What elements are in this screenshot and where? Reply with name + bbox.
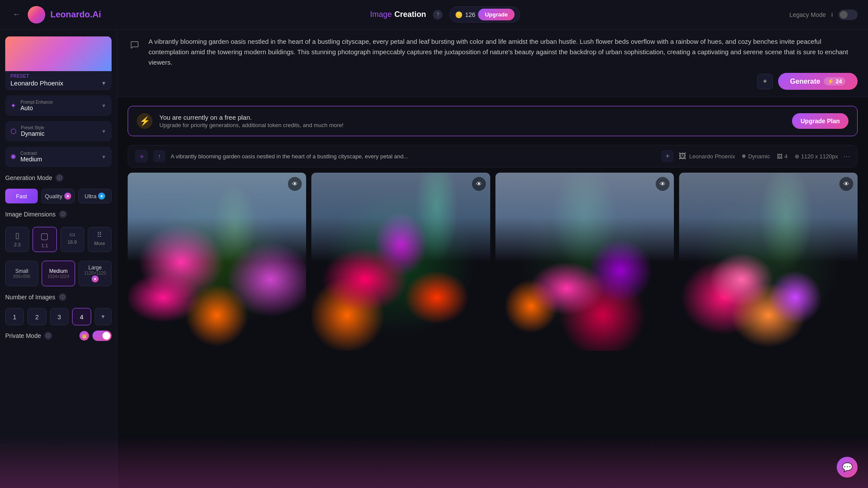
page-title: Image Creation (370, 10, 426, 19)
image-grid: 👁 👁 👁 👁 (128, 173, 858, 351)
legacy-mode-toggle[interactable] (838, 10, 858, 20)
image-card-1[interactable]: 👁 (128, 173, 306, 351)
preset-style-control[interactable]: ⬡ Preset Style Dynamic ▼ (5, 121, 112, 141)
image-bg-3 (495, 173, 674, 351)
upgrade-button[interactable]: Upgrade (478, 9, 515, 20)
contrast-value: Medium (20, 156, 97, 163)
num-images-header: Number of Images ⓘ (5, 291, 112, 303)
num-images-info[interactable]: ⓘ (59, 293, 66, 301)
num-4-button[interactable]: 4 (72, 308, 91, 325)
dim-icon-16-9: ▭ (69, 231, 75, 238)
dim-icon-more: ⠿ (97, 231, 102, 239)
toggle-knob (840, 11, 848, 19)
prompt-enhance-content: Prompt Enhance Auto (20, 100, 97, 111)
private-mode-info[interactable]: ⓘ (44, 332, 52, 340)
dim-option-1-1[interactable]: ▢ 1:1 (33, 227, 56, 252)
private-label-row: Private Mode ⓘ (5, 332, 52, 340)
dim-option-more[interactable]: ⠿ More (88, 227, 112, 252)
eye-overlay-3[interactable]: 👁 (656, 177, 670, 191)
prompt-enhance-value: Auto (20, 105, 97, 111)
back-button[interactable]: ← (10, 9, 23, 21)
contrast-control[interactable]: ✺ Contrast Medium ▼ (5, 147, 112, 167)
preset-style-content: Preset Style Dynamic (21, 125, 97, 137)
result-bar-up-icon[interactable]: ↑ (153, 150, 165, 162)
size-medium-button[interactable]: Medium 1024×1024 (42, 261, 75, 286)
preset-label: Preset (5, 71, 112, 79)
building-effect-2 (311, 173, 490, 262)
fast-mode-button[interactable]: Fast (5, 189, 38, 203)
generate-token: ⚡ 24 (824, 77, 845, 85)
avatar[interactable] (28, 6, 45, 23)
building-effect-1 (128, 173, 306, 262)
quality-mode-button[interactable]: Quality ★ (41, 189, 75, 203)
eye-overlay-2[interactable]: 👁 (472, 177, 486, 191)
ultra-mode-button[interactable]: Ultra ★ (78, 189, 112, 203)
generation-mode-info[interactable]: ⓘ (56, 174, 63, 182)
prompt-text: A vibrantly blooming garden oasis nestle… (149, 36, 858, 68)
dimension-grid: ▯ 2:3 ▢ 1:1 ▭ 16:9 ⠿ More (5, 227, 112, 252)
dim-label-16-9: 16:9 (67, 239, 76, 245)
sidebar: Preset Leonardo Phoenix ▼ ✦ Prompt Enhan… (0, 29, 117, 488)
toggle-active-knob (102, 332, 110, 340)
generation-mode-buttons: Fast Quality ★ Ultra ★ (5, 189, 112, 203)
generate-row: ✦ Generate ⚡ 24 (149, 73, 858, 90)
preset-style-arrow: ▼ (101, 128, 106, 134)
legacy-mode-label: Legacy Mode (789, 11, 826, 18)
generate-button[interactable]: Generate ⚡ 24 (778, 73, 858, 90)
image-card-2[interactable]: 👁 (311, 173, 490, 351)
dim-icon-2-3: ▯ (15, 231, 20, 240)
num-2-button[interactable]: 2 (27, 308, 46, 325)
token-badge: 🪙 126 Upgrade (449, 7, 520, 23)
upgrade-plan-button[interactable]: Upgrade Plan (792, 113, 848, 129)
preset-card-image (5, 36, 112, 71)
result-bar-plus-button[interactable]: + (661, 150, 673, 162)
building-effect-3 (495, 173, 674, 262)
prompt-enhance-control[interactable]: ✦ Prompt Enhance Auto ▼ (5, 95, 112, 116)
preset-card[interactable]: Preset Leonardo Phoenix ▼ (5, 36, 112, 90)
num-images-row: 1 2 3 4 ▼ (5, 308, 112, 325)
prompt-enhance-arrow: ▼ (101, 103, 106, 109)
size-medium-dims: 1024×1024 (44, 274, 73, 279)
contrast-icon: ✺ (10, 153, 16, 161)
image-card-3[interactable]: 👁 (495, 173, 674, 351)
num-dropdown[interactable]: ▼ (95, 308, 112, 325)
help-icon[interactable]: ? (433, 10, 442, 20)
sparkle-button[interactable]: ✦ (757, 74, 773, 89)
num-1-button[interactable]: 1 (5, 308, 24, 325)
private-mode-toggle[interactable] (92, 331, 112, 341)
upgrade-banner: ⚡ You are currently on a free plan. Upgr… (128, 106, 858, 136)
dim-option-16-9[interactable]: ▭ 16:9 (60, 227, 84, 252)
style-dot (742, 154, 746, 158)
brand-name: Leonardo.Ai (50, 10, 101, 20)
chat-button[interactable]: 💬 (837, 457, 858, 478)
preset-value: Leonardo Phoenix ▼ (5, 79, 112, 90)
generation-mode-title: Generation Mode (5, 174, 52, 181)
main-layout: Preset Leonardo Phoenix ▼ ✦ Prompt Enhan… (0, 29, 868, 488)
size-large-button[interactable]: Large 1120×1120 ★ (79, 261, 112, 286)
num-3-button[interactable]: 3 (50, 308, 69, 325)
size-small-button[interactable]: Small 896×896 (5, 261, 38, 286)
image-dimensions-title: Image Dimensions (5, 211, 56, 218)
banner-subtitle: Upgrade for priority generations, additi… (159, 122, 785, 128)
image-bg-2 (311, 173, 490, 351)
ultra-badge: ★ (98, 193, 105, 200)
prompt-enhance-label: Prompt Enhance (20, 100, 97, 105)
preset-style-value: Dynamic (21, 130, 97, 137)
lightning-icon: ⚡ (137, 113, 152, 129)
private-mode-label: Private Mode (5, 332, 41, 339)
private-mode-row: Private Mode ⓘ 👑 (5, 331, 112, 341)
building-effect-4 (679, 173, 858, 262)
dim-option-2-3[interactable]: ▯ 2:3 (5, 227, 29, 252)
image-bg-4 (679, 173, 858, 351)
legacy-info-icon[interactable]: ℹ (831, 12, 833, 18)
result-bar-more-button[interactable]: ⋯ (843, 152, 850, 160)
eye-overlay-1[interactable]: 👁 (288, 177, 302, 191)
prompt-icon (128, 38, 142, 52)
main-content: A vibrantly blooming garden oasis nestle… (117, 29, 868, 488)
eye-overlay-4[interactable]: 👁 (839, 177, 853, 191)
contrast-content: Contrast Medium (20, 151, 97, 163)
header-center: Image Creation ? 🪙 126 Upgrade (101, 7, 789, 23)
preset-dropdown-arrow: ▼ (101, 80, 106, 86)
image-card-4[interactable]: 👁 (679, 173, 858, 351)
image-dimensions-info[interactable]: ⓘ (59, 210, 67, 218)
